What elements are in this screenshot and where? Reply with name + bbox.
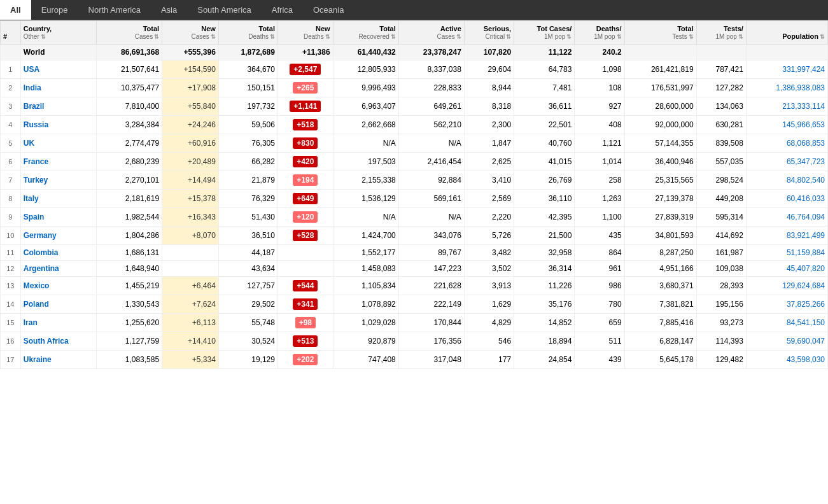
population-link-10[interactable]: 51,159,884 <box>787 248 825 257</box>
cell-serious-5: 2,625 <box>464 153 514 171</box>
cell-country-15[interactable]: South Africa <box>20 332 96 351</box>
population-link-5[interactable]: 65,347,723 <box>787 157 825 166</box>
tab-asia[interactable]: Asia <box>151 0 187 20</box>
cell-new-deaths-8: +120 <box>277 208 333 227</box>
cell-country-3[interactable]: Russia <box>20 116 96 134</box>
cell-num-7: 8 <box>1 190 21 208</box>
tab-all[interactable]: All <box>0 0 31 20</box>
sort-icon-serious[interactable]: ⇅ <box>506 34 511 40</box>
col-header-new_deaths[interactable]: NewDeaths ⇅ <box>277 21 333 45</box>
country-link-mexico[interactable]: Mexico <box>24 281 50 290</box>
cell-country-9[interactable]: Germany <box>20 227 96 245</box>
country-link-turkey[interactable]: Turkey <box>24 176 48 185</box>
cell-total-cases-15: 1,127,759 <box>97 332 162 351</box>
population-link-12[interactable]: 129,624,684 <box>782 281 825 290</box>
country-link-ukraine[interactable]: Ukraine <box>24 355 52 364</box>
cell-new-cases-2: +55,840 <box>162 97 219 116</box>
population-link-6[interactable]: 84,802,540 <box>787 176 825 185</box>
sort-icon-total_deaths[interactable]: ⇅ <box>270 34 275 40</box>
country-link-usa[interactable]: USA <box>24 65 39 74</box>
cell-country-11[interactable]: Argentina <box>20 261 96 277</box>
cell-new-cases-15: +14,410 <box>162 332 219 351</box>
cell-country-16[interactable]: Ukraine <box>20 351 96 369</box>
cell-country-2[interactable]: Brazil <box>20 97 96 116</box>
cell-total-deaths-6: 21,879 <box>218 171 277 190</box>
cell-country-0[interactable]: USA <box>20 60 96 79</box>
country-link-colombia[interactable]: Colombia <box>24 248 59 257</box>
population-link-7[interactable]: 60,416,033 <box>787 194 825 203</box>
col-header-serious[interactable]: Serious,Critical ⇅ <box>464 21 514 45</box>
col-header-tot_cases_1m[interactable]: Tot Cases/1M pop ⇅ <box>514 21 575 45</box>
country-link-uk[interactable]: UK <box>24 139 34 148</box>
cell-country-8[interactable]: Spain <box>20 208 96 227</box>
country-link-france[interactable]: France <box>24 157 48 166</box>
cell-country-13[interactable]: Poland <box>20 295 96 314</box>
new-deaths-badge-12: +544 <box>293 280 318 291</box>
tab-south-america[interactable]: South America <box>187 0 262 20</box>
country-link-iran[interactable]: Iran <box>24 318 38 327</box>
population-link-14[interactable]: 84,541,150 <box>787 318 825 327</box>
population-link-3[interactable]: 145,966,653 <box>782 120 825 129</box>
col-header-new_cases[interactable]: NewCases ⇅ <box>162 21 219 45</box>
country-link-russia[interactable]: Russia <box>24 120 48 129</box>
cell-country-10[interactable]: Colombia <box>20 245 96 261</box>
population-link-2[interactable]: 213,333,114 <box>782 102 825 111</box>
cell-total-deaths-10: 44,187 <box>218 245 277 261</box>
tab-africa[interactable]: Africa <box>262 0 303 20</box>
cell-country-6[interactable]: Turkey <box>20 171 96 190</box>
country-link-spain[interactable]: Spain <box>24 213 45 221</box>
table-header: #Country,Other ⇅TotalCases ⇅NewCases ⇅To… <box>1 21 828 45</box>
cell-population-14: 84,541,150 <box>746 314 827 332</box>
col-header-total_deaths[interactable]: TotalDeaths ⇅ <box>218 21 277 45</box>
country-link-italy[interactable]: Italy <box>24 194 39 203</box>
population-link-11[interactable]: 45,407,820 <box>787 264 825 273</box>
country-link-brazil[interactable]: Brazil <box>24 102 45 111</box>
col-header-population[interactable]: Population ⇅ <box>746 21 827 45</box>
population-link-13[interactable]: 37,825,266 <box>787 300 825 309</box>
population-link-1[interactable]: 1,386,938,083 <box>776 83 825 92</box>
sort-icon-country[interactable]: ⇅ <box>41 34 46 40</box>
cell-country-1[interactable]: India <box>20 79 96 97</box>
country-link-argentina[interactable]: Argentina <box>24 264 59 273</box>
population-link-0[interactable]: 331,997,424 <box>782 65 825 74</box>
country-link-india[interactable]: India <box>24 83 41 92</box>
population-link-4[interactable]: 68,068,853 <box>787 139 825 148</box>
sort-icon-tot_cases_1m[interactable]: ⇅ <box>566 34 572 40</box>
col-header-active_cases[interactable]: ActiveCases ⇅ <box>398 21 464 45</box>
sort-icon-active_cases[interactable]: ⇅ <box>456 34 461 40</box>
col-header-total_cases[interactable]: TotalCases ⇅ <box>97 21 162 45</box>
population-link-16[interactable]: 43,598,030 <box>787 355 825 364</box>
country-link-germany[interactable]: Germany <box>24 231 57 240</box>
sort-icon-total_recovered[interactable]: ⇅ <box>391 34 396 40</box>
sort-icon-total_tests[interactable]: ⇅ <box>689 34 694 40</box>
sort-icon-new_deaths[interactable]: ⇅ <box>325 34 330 40</box>
cell-country-7[interactable]: Italy <box>20 190 96 208</box>
cell-country-5[interactable]: France <box>20 153 96 171</box>
cell-country-12[interactable]: Mexico <box>20 277 96 295</box>
sort-icon-tests_1m[interactable]: ⇅ <box>738 34 743 40</box>
sort-icon-total_cases[interactable]: ⇅ <box>154 34 159 40</box>
col-header-deaths_1m[interactable]: Deaths/1M pop ⇅ <box>575 21 624 45</box>
col-header-tests_1m[interactable]: Tests/1M pop ⇅ <box>696 21 746 45</box>
new-deaths-badge-4: +830 <box>293 137 318 149</box>
cell-serious-16: 177 <box>464 351 514 369</box>
tab-oceania[interactable]: Oceania <box>303 0 354 20</box>
col-header-country[interactable]: Country,Other ⇅ <box>20 21 96 45</box>
cell-country-14[interactable]: Iran <box>20 314 96 332</box>
cell-new-deaths-9: +528 <box>277 227 333 245</box>
cell-country-4[interactable]: UK <box>20 134 96 153</box>
cell-active-cases-12: 221,628 <box>398 277 464 295</box>
country-link-south-africa[interactable]: South Africa <box>24 337 69 346</box>
tab-north-america[interactable]: North America <box>78 0 151 20</box>
col-header-total_tests[interactable]: TotalTests ⇅ <box>624 21 696 45</box>
population-link-8[interactable]: 46,764,094 <box>787 213 825 221</box>
col-header-total_recovered[interactable]: TotalRecovered ⇅ <box>333 21 398 45</box>
cell-total-deaths-0: 364,670 <box>218 60 277 79</box>
sort-icon-population[interactable]: ⇅ <box>820 34 825 40</box>
population-link-9[interactable]: 83,921,499 <box>787 231 825 240</box>
sort-icon-deaths_1m[interactable]: ⇅ <box>617 34 622 40</box>
population-link-15[interactable]: 59,690,047 <box>787 337 825 346</box>
country-link-poland[interactable]: Poland <box>24 300 49 309</box>
sort-icon-new_cases[interactable]: ⇅ <box>211 34 216 40</box>
tab-europe[interactable]: Europe <box>31 0 78 20</box>
